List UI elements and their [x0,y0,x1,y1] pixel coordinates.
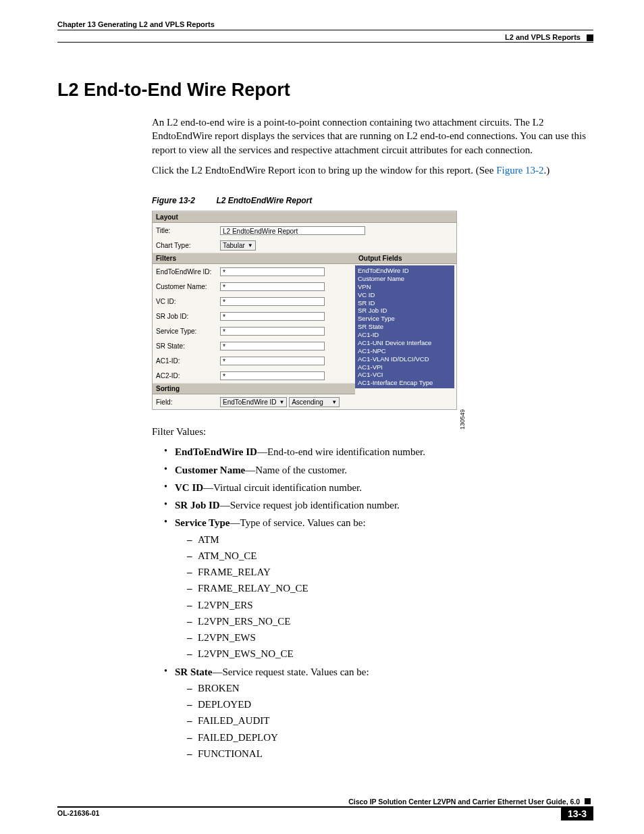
figure-reference-link[interactable]: Figure 13-2 [496,165,543,176]
page-title: L2 End-to-End Wire Report [57,80,593,101]
header-block-icon [587,34,593,41]
list-item: EndToEndWire ID—End-to-end wire identifi… [164,445,590,459]
sort-dir-select[interactable]: Ascending ▼ [289,397,340,407]
output-field-item[interactable]: AC1-AccessDomain [358,387,452,388]
filter-values-list: EndToEndWire ID—End-to-end wire identifi… [164,445,590,760]
sub-list-item: L2VPN_ERS_NO_CE [187,615,590,628]
output-field-item[interactable]: VPN [358,283,452,291]
output-field-item[interactable]: Customer Name [358,275,452,283]
filter-label: VC ID: [156,298,220,305]
chevron-down-icon: ▼ [279,398,284,407]
list-item: SR State—Service request state. Values c… [164,665,590,761]
list-item: VC ID—Virtual circuit identification num… [164,481,590,494]
filter-input[interactable]: * [220,312,325,321]
title-label: Title: [156,227,220,234]
sort-field-label: Field: [156,398,220,406]
sub-list-item: L2VPN_EWS_NO_CE [187,647,590,660]
layout-bar: Layout [153,211,456,223]
output-field-item[interactable]: AC1-ID [358,331,452,339]
sort-field-select[interactable]: EndToEndWire ID▼ [220,397,287,407]
filter-label: Customer Name: [156,283,220,290]
output-fields-listbox[interactable]: EndToEndWire ID Customer Name VPN VC ID … [355,265,454,388]
filter-label: SR Job ID: [156,313,220,320]
sub-list: BROKEN DEPLOYED FAILED_AUDIT FAILED_DEPL… [187,681,590,760]
chart-type-select[interactable]: Tabular▼ [220,240,256,251]
output-field-item[interactable]: AC1-NPC [358,347,452,355]
p2-text-a: Click the L2 EndtoEndWire Report icon to… [152,165,496,176]
filter-input[interactable]: * [220,327,325,336]
output-field-item[interactable]: SR Job ID [358,307,452,315]
sub-list: ATM ATM_NO_CE FRAME_RELAY FRAME_RELAY_NO… [187,533,590,661]
chevron-down-icon: ▼ [248,241,253,250]
filter-input[interactable]: * [220,297,325,306]
figure-caption: Figure 13-2 L2 EndtoEndWire Report [152,196,590,205]
chart-type-value: Tabular [223,241,245,250]
section-header-text: L2 and VPLS Reports [505,33,581,41]
section-header-row: L2 and VPLS Reports [57,33,593,43]
report-screenshot: 130549 Layout Title: L2 EndtoEndWire Rep… [152,211,457,410]
filter-label: Service Type: [156,328,220,335]
footer-doc-id: OL-21636-01 [57,809,99,817]
output-field-item[interactable]: SR ID [358,299,452,307]
sub-list-item: FAILED_DEPLOY [187,731,590,744]
footer-block-icon [585,798,591,804]
filter-label: AC2-ID: [156,372,220,380]
sort-field-value: EndToEndWire ID [223,398,276,407]
sub-list-item: ATM [187,533,590,546]
filter-input[interactable]: * [220,282,325,291]
output-field-item[interactable]: Service Type [358,315,452,323]
figure-number: Figure 13-2 [152,196,195,205]
intro-paragraph-1: An L2 end-to-end wire is a point-to-poin… [152,115,590,157]
filter-input[interactable]: * [220,371,325,380]
footer-page-number: 13-3 [561,807,593,820]
output-field-item[interactable]: EndToEndWire ID [358,267,452,275]
output-field-item[interactable]: VC ID [358,291,452,299]
sub-list-item: BROKEN [187,681,590,695]
sub-list-item: FRAME_RELAY [187,565,590,579]
sub-list-item: DEPLOYED [187,698,590,711]
sub-list-item: FUNCTIONAL [187,747,590,760]
footer-book-title: Cisco IP Solution Center L2VPN and Carri… [348,798,580,806]
page-footer: Cisco IP Solution Center L2VPN and Carri… [57,798,593,820]
filter-input[interactable]: * [220,342,325,350]
figure-title: L2 EndtoEndWire Report [216,196,312,205]
title-input[interactable]: L2 EndtoEndWire Report [220,226,365,235]
list-item: Customer Name—Name of the customer. [164,463,590,477]
chapter-header: Chapter 13 Generating L2 and VPLS Report… [57,20,593,30]
sort-dir-value: Ascending [292,398,323,407]
output-field-item[interactable]: AC1-VCI [358,371,452,379]
filter-label: EndToEndWire ID: [156,268,220,276]
output-field-item[interactable]: AC1-VLAN ID/DLCI/VCD [358,355,452,363]
p2-text-b: .) [544,165,550,176]
filter-input[interactable]: * [220,357,325,365]
sub-list-item: FRAME_RELAY_NO_CE [187,581,590,595]
screenshot-id-label: 130549 [459,409,466,429]
filter-input[interactable]: * [220,267,325,276]
filters-bar: Filters [153,253,355,264]
filter-label: AC1-ID: [156,357,220,365]
output-field-item[interactable]: AC1-VPI [358,363,452,371]
sorting-bar: Sorting [153,383,355,394]
sub-list-item: L2VPN_ERS [187,598,590,612]
list-item: Service Type—Type of service. Values can… [164,516,590,660]
output-fields-bar: Output Fields [355,253,456,264]
intro-paragraph-2: Click the L2 EndtoEndWire Report icon to… [152,163,590,177]
list-item: SR Job ID—Service request job identifica… [164,498,590,512]
output-field-item[interactable]: AC1-Interface Encap Type [358,379,452,387]
sub-list-item: FAILED_AUDIT [187,714,590,727]
chevron-down-icon: ▼ [331,398,337,407]
output-field-item[interactable]: AC1-UNI Device Interface [358,339,452,347]
sub-list-item: L2VPN_EWS [187,631,590,644]
filter-values-heading: Filter Values: [152,425,590,438]
filter-label: SR State: [156,342,220,350]
output-field-item[interactable]: SR State [358,323,452,331]
chart-type-label: Chart Type: [156,242,220,249]
sub-list-item: ATM_NO_CE [187,549,590,563]
